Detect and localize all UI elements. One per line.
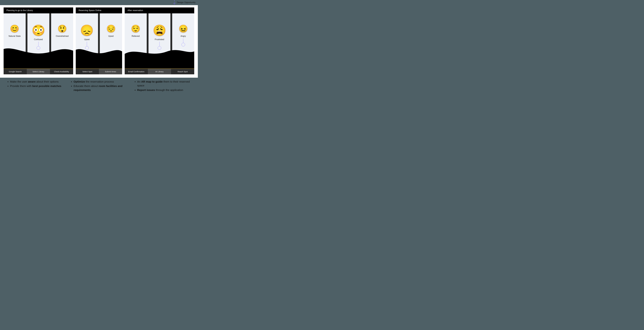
- journey-column: 😩Frustrated: [148, 13, 172, 74]
- opportunity-item: Educate them about room facilities and r…: [74, 84, 129, 92]
- journey-step: Reach Spot: [171, 69, 194, 74]
- phase-columns: 😞Upset😔Upset: [76, 13, 122, 74]
- opportunity-marker-icon: [158, 46, 161, 50]
- opportunity-item: Optimize the reservation process: [74, 80, 129, 84]
- emotion-emoji-icon: 😌: [131, 25, 140, 32]
- journey-column: 😳Confused: [28, 13, 51, 74]
- phase-block: Planning to go to the Library😊Natural St…: [4, 7, 73, 74]
- opportunity-item: Report issues through the application: [137, 88, 193, 92]
- emotion-emoji-icon: 😩: [153, 25, 166, 36]
- design-opportunity-tag: Design Opportunity: [174, 0, 196, 5]
- emotion-label: Natural State: [9, 35, 20, 37]
- journey-column: 😊Natural State: [4, 13, 28, 74]
- opportunity-list: Optimize the reservation processEducate …: [71, 80, 129, 92]
- journey-phases: Planning to go to the Library😊Natural St…: [4, 7, 194, 74]
- tag-label: Design Opportunity: [177, 1, 196, 4]
- opportunity-group: An AR map to guide them to their reserve…: [134, 80, 193, 92]
- journey-column: 😔Upset: [100, 13, 122, 74]
- phase-steps: Email ConfirmationAt LibraryReach Spot: [125, 69, 194, 74]
- circle-marker-icon: [174, 3, 175, 4]
- emotion-emoji-icon: 😖: [179, 25, 188, 32]
- journey-column: 😌Relieved: [125, 13, 148, 74]
- journey-step: Check Availability: [50, 69, 73, 74]
- opportunity-group: Make the user aware about their optionsP…: [7, 80, 66, 92]
- phase-block: Reserving Space Online😞Upset😔UpsetSelect…: [76, 7, 122, 74]
- phase-columns: 😊Natural State😳Confused😲Overwhelmed: [4, 13, 73, 74]
- phase-title: After reservation: [125, 7, 194, 13]
- journey-column: 😖Angry: [172, 13, 194, 74]
- emotion-emoji-icon: 😔: [106, 25, 116, 32]
- journey-step: Select Spot: [76, 69, 99, 74]
- journey-step: Google Search: [4, 69, 27, 74]
- opportunity-marker-icon: [182, 43, 185, 46]
- opportunity-group: Optimize the reservation processEducate …: [71, 80, 129, 92]
- journey-step: Select Library: [27, 69, 50, 74]
- tag-connector-line: [174, 0, 174, 1]
- phase-title: Reserving Space Online: [76, 7, 122, 13]
- journey-step: Email Confirmation: [125, 69, 148, 74]
- journey-step: At Library: [148, 69, 171, 74]
- emotion-label: Relieved: [132, 35, 140, 37]
- opportunity-marker-icon: [85, 46, 89, 50]
- emotion-label: Upset: [84, 38, 90, 41]
- opportunity-item: Provide them with best possible matches: [10, 84, 66, 88]
- opportunity-item: An AR map to guide them to their reserve…: [137, 80, 193, 88]
- emotion-label: Upset: [108, 35, 114, 37]
- journey-column: 😞Upset: [76, 13, 100, 74]
- emotion-emoji-icon: 😲: [58, 25, 67, 32]
- phase-block: After reservation😌Relieved😩Frustrated😖An…: [125, 7, 194, 74]
- emotion-label: Overwhelmed: [56, 35, 68, 37]
- opportunity-marker-icon: [36, 46, 40, 50]
- opportunity-connector-line: [87, 42, 87, 46]
- opportunity-item: Make the user aware about their options: [10, 80, 66, 84]
- opportunity-lists: Make the user aware about their optionsP…: [7, 80, 193, 92]
- emotion-label: Frustrated: [155, 38, 164, 41]
- emotion-emoji-icon: 😊: [10, 25, 19, 32]
- phase-columns: 😌Relieved😩Frustrated😖Angry: [125, 13, 194, 74]
- emotion-label: Angry: [180, 35, 186, 37]
- phase-title: Planning to go to the Library: [4, 7, 73, 13]
- emotion-emoji-icon: 😳: [32, 25, 45, 36]
- journey-step: Submit times: [99, 69, 122, 74]
- opportunity-list: Make the user aware about their optionsP…: [7, 80, 66, 88]
- emotion-label: Confused: [34, 38, 43, 41]
- emotion-emoji-icon: 😞: [80, 25, 94, 36]
- phase-steps: Google SearchSelect LibraryCheck Availab…: [4, 69, 73, 74]
- journey-column: 😲Overwhelmed: [51, 13, 73, 74]
- opportunity-list: An AR map to guide them to their reserve…: [134, 80, 193, 92]
- phase-steps: Select SpotSubmit times: [76, 69, 122, 74]
